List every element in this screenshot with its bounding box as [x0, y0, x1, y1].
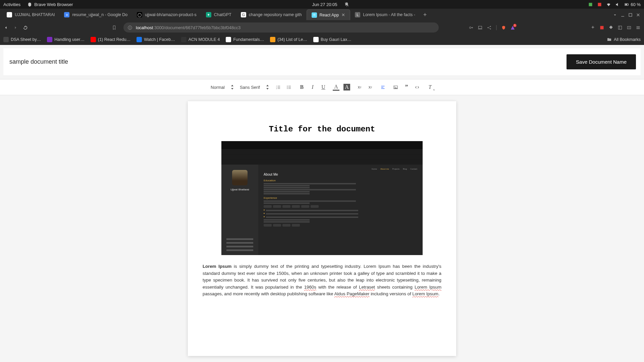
bookmark-item[interactable]: Fundamentals… — [226, 37, 264, 42]
align-button[interactable] — [380, 84, 386, 90]
new-tab-button[interactable]: + — [420, 11, 430, 18]
svg-point-24 — [287, 85, 288, 86]
svg-rect-1 — [589, 3, 592, 6]
ordered-list-button[interactable]: 123 — [275, 84, 282, 90]
bookmark-item[interactable]: (34) List of Le… — [270, 37, 307, 42]
tray-icon-1[interactable] — [588, 2, 593, 7]
key-icon[interactable] — [469, 25, 474, 30]
extension-1-icon[interactable] — [599, 25, 604, 30]
image-button[interactable] — [392, 84, 399, 90]
svg-point-26 — [287, 88, 288, 89]
browser-tab[interactable]: ✦ChatGPT — [201, 9, 236, 20]
window-minimize-icon[interactable] — [620, 12, 625, 17]
os-top-bar: Activities Brave Web Browser Jun 27 20:0… — [0, 0, 644, 9]
volume-icon[interactable] — [615, 2, 620, 7]
svg-point-25 — [287, 87, 288, 87]
nav-forward-icon[interactable] — [13, 25, 18, 30]
svg-point-11 — [469, 27, 471, 28]
mini-profile-name: Ujjwal Bhattarai — [230, 188, 249, 191]
clock[interactable]: Jun 27 20:05 — [312, 2, 337, 7]
url-input[interactable]: localhost:3000/document/667d77feb5b7bbc3… — [123, 22, 439, 33]
sidebar-toggle-icon[interactable] — [618, 25, 623, 30]
bookmark-label: Fundamentals… — [233, 37, 264, 42]
tab-label: React App — [320, 13, 339, 17]
current-app[interactable]: Brave Web Browser — [27, 2, 73, 7]
subscript-button[interactable]: x2 — [356, 84, 363, 90]
tab-dropdown-icon[interactable] — [612, 12, 618, 17]
window-close-icon[interactable] — [636, 12, 641, 17]
bookmark-item[interactable]: ACN MODULE 4 — [181, 37, 220, 42]
menu-icon[interactable] — [636, 25, 641, 30]
bookmark-star-icon[interactable] — [112, 25, 117, 30]
document-title-input[interactable] — [8, 54, 562, 69]
superscript-button[interactable]: x2 — [367, 84, 374, 90]
browser-tab[interactable]: ≡resume_ujjwal_n - Google Do — [59, 9, 132, 20]
bookmark-item[interactable]: (1) React Redu… — [91, 37, 130, 42]
tray-icon-2[interactable] — [597, 2, 602, 7]
bookmark-favicon-icon — [226, 37, 231, 42]
clear-format-button[interactable]: Tx — [427, 84, 433, 90]
reload-icon[interactable] — [23, 25, 28, 30]
underline-button[interactable]: U — [320, 84, 327, 90]
svg-text:3: 3 — [276, 88, 277, 89]
device-icon[interactable] — [478, 25, 483, 30]
screenshot-icon[interactable] — [627, 25, 632, 30]
svg-rect-2 — [598, 3, 601, 6]
bookmark-favicon-icon — [3, 37, 9, 42]
brave-shield-icon[interactable] — [501, 25, 506, 30]
mini-avatar-icon — [232, 170, 248, 185]
svg-rect-12 — [478, 26, 482, 28]
bookmark-item[interactable]: Handling user… — [47, 37, 85, 42]
tab-label: Lorem Ipsum - All the facts - — [363, 12, 415, 17]
tab-close-icon[interactable]: ✕ — [341, 12, 345, 17]
svg-point-28 — [395, 86, 395, 87]
font-select[interactable]: Sans Serif — [240, 85, 269, 90]
extensions-icon[interactable] — [608, 25, 613, 30]
highlight-button[interactable]: A — [343, 84, 350, 90]
leo-icon[interactable] — [590, 25, 595, 30]
tab-label: resume_ujjwal_n - Google Do — [72, 12, 127, 17]
bookmark-label: (1) React Redu… — [98, 37, 130, 42]
tab-favicon-icon: ◯ — [137, 12, 142, 17]
code-block-button[interactable] — [414, 84, 421, 90]
window-maximize-icon[interactable] — [628, 12, 633, 17]
svg-point-20 — [629, 27, 630, 28]
url-path: :3000/document/667d77feb5b7bbc3bf048cc3 — [153, 25, 240, 30]
wallet-icon[interactable]: 1 — [510, 25, 515, 30]
wifi-icon[interactable] — [606, 2, 611, 7]
tab-label: change repository name gith — [249, 12, 302, 17]
notification-bell-icon[interactable] — [344, 2, 349, 7]
bookmark-favicon-icon — [91, 37, 96, 42]
bookmark-item[interactable]: Buy Gauri Lax… — [313, 37, 352, 42]
blockquote-button[interactable]: ” — [403, 84, 410, 90]
bookmark-label: DSA Sheet by… — [11, 37, 41, 42]
save-document-name-button[interactable]: Save Document Name — [567, 54, 636, 69]
bookmark-item[interactable]: Watch | Faceb… — [137, 37, 175, 42]
unordered-list-button[interactable] — [286, 84, 292, 90]
bookmark-item[interactable]: DSA Sheet by… — [3, 37, 41, 42]
svg-rect-19 — [628, 26, 631, 29]
all-bookmarks-button[interactable]: All Bookmarks — [607, 37, 641, 42]
nav-back-icon[interactable] — [3, 25, 8, 30]
browser-tab[interactable]: ◯ujjwal-bh/amazon-product-s — [132, 9, 201, 20]
embedded-screenshot-image[interactable]: Ujjwal Bhattarai HomeAbout meProjectsBlo… — [221, 141, 423, 255]
bookmark-favicon-icon — [47, 37, 52, 42]
svg-rect-6 — [621, 16, 624, 16]
italic-button[interactable]: I — [309, 84, 316, 90]
bold-button[interactable]: B — [299, 84, 305, 90]
browser-tab[interactable]: ⚛React App✕ — [307, 9, 351, 20]
tab-favicon-icon: ≡ — [64, 12, 69, 17]
document-page[interactable]: Title for the document Ujjwal Bhattarai … — [188, 101, 456, 356]
browser-tab[interactable]: LLorem Ipsum - All the facts - — [350, 9, 420, 20]
text-color-button[interactable]: A — [333, 84, 339, 90]
browser-tab[interactable]: Gchange repository name gith — [236, 9, 307, 20]
svg-rect-16 — [600, 26, 604, 29]
site-info-icon[interactable] — [127, 25, 132, 30]
battery-indicator[interactable]: 60 % — [624, 2, 641, 7]
share-icon[interactable] — [487, 25, 492, 30]
browser-tab[interactable]: ·UJJWAL BHATTARAI — [2, 9, 59, 20]
url-toolbar: localhost:3000/document/667d77feb5b7bbc3… — [0, 21, 644, 34]
bookmark-favicon-icon — [181, 37, 186, 42]
format-select[interactable]: Normal — [211, 85, 234, 90]
activities-button[interactable]: Activities — [3, 2, 20, 7]
